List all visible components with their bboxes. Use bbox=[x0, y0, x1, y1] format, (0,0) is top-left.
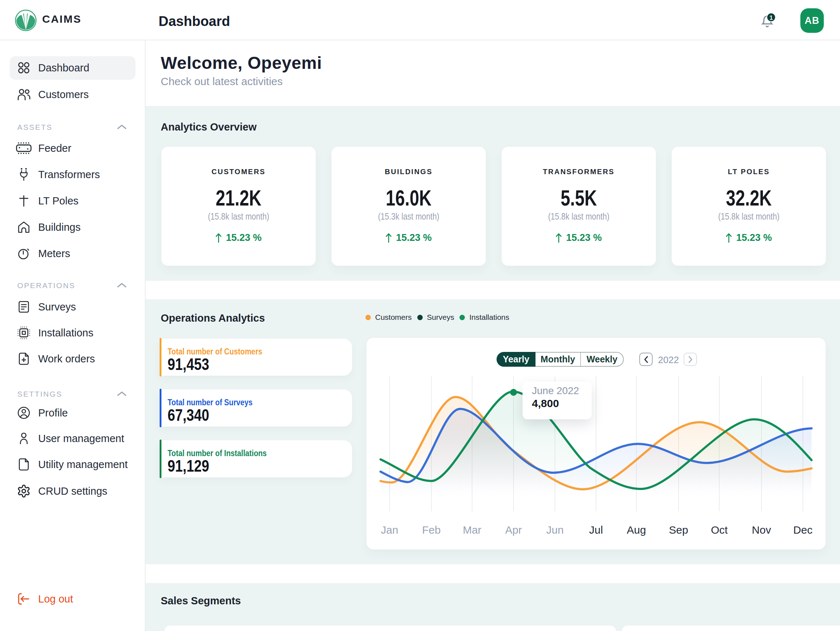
svg-text:Feb: Feb bbox=[422, 524, 441, 536]
svg-text:Sep: Sep bbox=[669, 524, 688, 536]
svg-text:Jun: Jun bbox=[546, 524, 564, 536]
svg-text:Jul: Jul bbox=[589, 524, 603, 536]
svg-text:Apr: Apr bbox=[505, 524, 522, 536]
svg-text:Jan: Jan bbox=[381, 524, 398, 536]
svg-text:Oct: Oct bbox=[711, 524, 728, 536]
svg-text:Nov: Nov bbox=[752, 524, 771, 536]
svg-text:Aug: Aug bbox=[627, 524, 646, 536]
svg-text:Dec: Dec bbox=[793, 524, 812, 536]
svg-text:Mar: Mar bbox=[463, 524, 482, 536]
